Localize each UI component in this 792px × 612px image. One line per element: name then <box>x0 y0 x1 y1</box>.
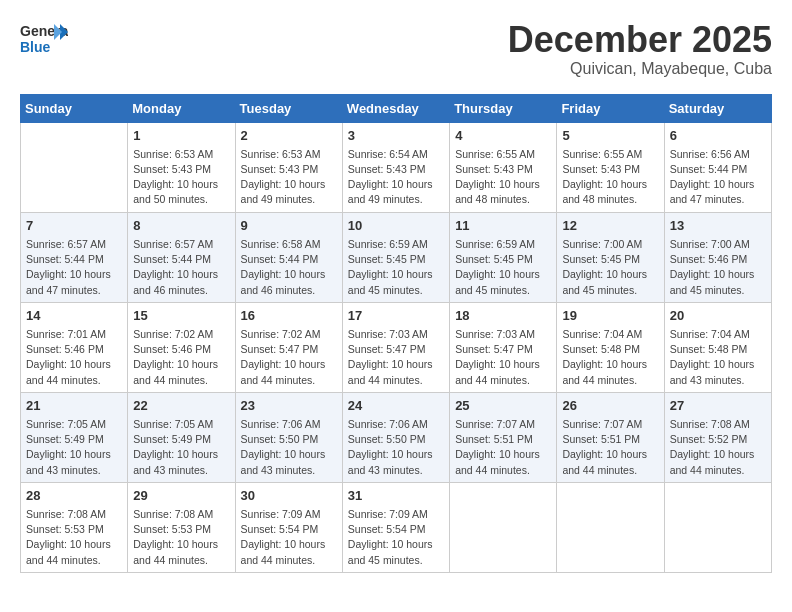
calendar-cell: 15Sunrise: 7:02 AM Sunset: 5:46 PM Dayli… <box>128 302 235 392</box>
calendar-cell: 16Sunrise: 7:02 AM Sunset: 5:47 PM Dayli… <box>235 302 342 392</box>
day-info: Sunrise: 6:57 AM Sunset: 5:44 PM Dayligh… <box>133 237 229 298</box>
calendar-cell: 14Sunrise: 7:01 AM Sunset: 5:46 PM Dayli… <box>21 302 128 392</box>
day-number: 31 <box>348 487 444 505</box>
day-info: Sunrise: 7:09 AM Sunset: 5:54 PM Dayligh… <box>241 507 337 568</box>
calendar-cell: 17Sunrise: 7:03 AM Sunset: 5:47 PM Dayli… <box>342 302 449 392</box>
day-number: 21 <box>26 397 122 415</box>
day-number: 4 <box>455 127 551 145</box>
calendar-header-tuesday: Tuesday <box>235 94 342 122</box>
calendar-cell: 3Sunrise: 6:54 AM Sunset: 5:43 PM Daylig… <box>342 122 449 212</box>
calendar-week-row: 28Sunrise: 7:08 AM Sunset: 5:53 PM Dayli… <box>21 482 772 572</box>
calendar-cell: 1Sunrise: 6:53 AM Sunset: 5:43 PM Daylig… <box>128 122 235 212</box>
day-number: 3 <box>348 127 444 145</box>
day-number: 14 <box>26 307 122 325</box>
calendar-cell: 25Sunrise: 7:07 AM Sunset: 5:51 PM Dayli… <box>450 392 557 482</box>
calendar-cell: 19Sunrise: 7:04 AM Sunset: 5:48 PM Dayli… <box>557 302 664 392</box>
calendar-cell: 12Sunrise: 7:00 AM Sunset: 5:45 PM Dayli… <box>557 212 664 302</box>
calendar-cell: 28Sunrise: 7:08 AM Sunset: 5:53 PM Dayli… <box>21 482 128 572</box>
day-info: Sunrise: 7:06 AM Sunset: 5:50 PM Dayligh… <box>241 417 337 478</box>
calendar-cell: 21Sunrise: 7:05 AM Sunset: 5:49 PM Dayli… <box>21 392 128 482</box>
calendar-cell: 4Sunrise: 6:55 AM Sunset: 5:43 PM Daylig… <box>450 122 557 212</box>
day-info: Sunrise: 7:08 AM Sunset: 5:53 PM Dayligh… <box>26 507 122 568</box>
calendar-cell: 27Sunrise: 7:08 AM Sunset: 5:52 PM Dayli… <box>664 392 771 482</box>
calendar-week-row: 14Sunrise: 7:01 AM Sunset: 5:46 PM Dayli… <box>21 302 772 392</box>
day-number: 6 <box>670 127 766 145</box>
day-info: Sunrise: 7:07 AM Sunset: 5:51 PM Dayligh… <box>562 417 658 478</box>
day-info: Sunrise: 7:07 AM Sunset: 5:51 PM Dayligh… <box>455 417 551 478</box>
day-number: 20 <box>670 307 766 325</box>
day-info: Sunrise: 6:57 AM Sunset: 5:44 PM Dayligh… <box>26 237 122 298</box>
day-number: 8 <box>133 217 229 235</box>
calendar-header-friday: Friday <box>557 94 664 122</box>
calendar-header-saturday: Saturday <box>664 94 771 122</box>
day-info: Sunrise: 6:59 AM Sunset: 5:45 PM Dayligh… <box>455 237 551 298</box>
calendar-cell: 5Sunrise: 6:55 AM Sunset: 5:43 PM Daylig… <box>557 122 664 212</box>
calendar-week-row: 7Sunrise: 6:57 AM Sunset: 5:44 PM Daylig… <box>21 212 772 302</box>
day-number: 7 <box>26 217 122 235</box>
day-info: Sunrise: 7:04 AM Sunset: 5:48 PM Dayligh… <box>670 327 766 388</box>
page-header: General Blue December 2025 Quivican, May… <box>20 20 772 78</box>
day-number: 11 <box>455 217 551 235</box>
day-info: Sunrise: 7:09 AM Sunset: 5:54 PM Dayligh… <box>348 507 444 568</box>
day-number: 19 <box>562 307 658 325</box>
calendar-header-row: SundayMondayTuesdayWednesdayThursdayFrid… <box>21 94 772 122</box>
day-info: Sunrise: 6:58 AM Sunset: 5:44 PM Dayligh… <box>241 237 337 298</box>
calendar-cell: 2Sunrise: 6:53 AM Sunset: 5:43 PM Daylig… <box>235 122 342 212</box>
calendar-cell <box>450 482 557 572</box>
day-number: 22 <box>133 397 229 415</box>
day-number: 27 <box>670 397 766 415</box>
calendar-cell: 20Sunrise: 7:04 AM Sunset: 5:48 PM Dayli… <box>664 302 771 392</box>
calendar-cell: 30Sunrise: 7:09 AM Sunset: 5:54 PM Dayli… <box>235 482 342 572</box>
calendar-cell: 18Sunrise: 7:03 AM Sunset: 5:47 PM Dayli… <box>450 302 557 392</box>
day-info: Sunrise: 7:03 AM Sunset: 5:47 PM Dayligh… <box>455 327 551 388</box>
day-info: Sunrise: 7:06 AM Sunset: 5:50 PM Dayligh… <box>348 417 444 478</box>
calendar-week-row: 1Sunrise: 6:53 AM Sunset: 5:43 PM Daylig… <box>21 122 772 212</box>
day-number: 24 <box>348 397 444 415</box>
day-number: 12 <box>562 217 658 235</box>
day-number: 5 <box>562 127 658 145</box>
day-info: Sunrise: 7:00 AM Sunset: 5:46 PM Dayligh… <box>670 237 766 298</box>
day-number: 13 <box>670 217 766 235</box>
calendar-cell <box>664 482 771 572</box>
calendar-header-wednesday: Wednesday <box>342 94 449 122</box>
calendar-table: SundayMondayTuesdayWednesdayThursdayFrid… <box>20 94 772 573</box>
day-number: 23 <box>241 397 337 415</box>
day-number: 2 <box>241 127 337 145</box>
day-info: Sunrise: 7:08 AM Sunset: 5:52 PM Dayligh… <box>670 417 766 478</box>
day-number: 18 <box>455 307 551 325</box>
day-number: 25 <box>455 397 551 415</box>
calendar-header-thursday: Thursday <box>450 94 557 122</box>
calendar-cell: 22Sunrise: 7:05 AM Sunset: 5:49 PM Dayli… <box>128 392 235 482</box>
calendar-cell: 26Sunrise: 7:07 AM Sunset: 5:51 PM Dayli… <box>557 392 664 482</box>
day-info: Sunrise: 6:59 AM Sunset: 5:45 PM Dayligh… <box>348 237 444 298</box>
calendar-cell <box>21 122 128 212</box>
day-info: Sunrise: 6:54 AM Sunset: 5:43 PM Dayligh… <box>348 147 444 208</box>
calendar-cell: 11Sunrise: 6:59 AM Sunset: 5:45 PM Dayli… <box>450 212 557 302</box>
calendar-cell: 31Sunrise: 7:09 AM Sunset: 5:54 PM Dayli… <box>342 482 449 572</box>
day-info: Sunrise: 7:04 AM Sunset: 5:48 PM Dayligh… <box>562 327 658 388</box>
day-info: Sunrise: 7:05 AM Sunset: 5:49 PM Dayligh… <box>133 417 229 478</box>
calendar-cell: 7Sunrise: 6:57 AM Sunset: 5:44 PM Daylig… <box>21 212 128 302</box>
calendar-cell <box>557 482 664 572</box>
calendar-cell: 29Sunrise: 7:08 AM Sunset: 5:53 PM Dayli… <box>128 482 235 572</box>
day-number: 9 <box>241 217 337 235</box>
day-info: Sunrise: 7:02 AM Sunset: 5:47 PM Dayligh… <box>241 327 337 388</box>
day-info: Sunrise: 6:55 AM Sunset: 5:43 PM Dayligh… <box>562 147 658 208</box>
day-number: 17 <box>348 307 444 325</box>
day-number: 15 <box>133 307 229 325</box>
day-info: Sunrise: 7:08 AM Sunset: 5:53 PM Dayligh… <box>133 507 229 568</box>
calendar-header-sunday: Sunday <box>21 94 128 122</box>
calendar-cell: 9Sunrise: 6:58 AM Sunset: 5:44 PM Daylig… <box>235 212 342 302</box>
calendar-cell: 6Sunrise: 6:56 AM Sunset: 5:44 PM Daylig… <box>664 122 771 212</box>
calendar-cell: 24Sunrise: 7:06 AM Sunset: 5:50 PM Dayli… <box>342 392 449 482</box>
day-info: Sunrise: 7:00 AM Sunset: 5:45 PM Dayligh… <box>562 237 658 298</box>
day-info: Sunrise: 6:56 AM Sunset: 5:44 PM Dayligh… <box>670 147 766 208</box>
calendar-cell: 23Sunrise: 7:06 AM Sunset: 5:50 PM Dayli… <box>235 392 342 482</box>
location-title: Quivican, Mayabeque, Cuba <box>508 60 772 78</box>
day-number: 10 <box>348 217 444 235</box>
calendar-cell: 8Sunrise: 6:57 AM Sunset: 5:44 PM Daylig… <box>128 212 235 302</box>
day-number: 1 <box>133 127 229 145</box>
calendar-cell: 10Sunrise: 6:59 AM Sunset: 5:45 PM Dayli… <box>342 212 449 302</box>
day-number: 16 <box>241 307 337 325</box>
logo: General Blue <box>20 20 68 58</box>
